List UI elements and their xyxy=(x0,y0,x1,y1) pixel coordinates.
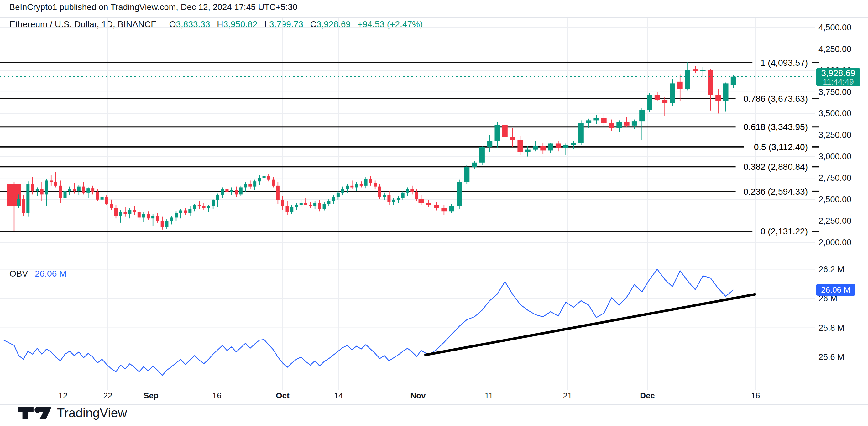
fib-level-label: 1 (4,093.57) xyxy=(761,58,808,68)
fib-level-label: 0.236 (2,594.33) xyxy=(744,187,808,196)
date-tick-label: Dec xyxy=(640,391,655,400)
date-tick-label: 14 xyxy=(334,391,343,400)
obv-value-marker: 26.06 M xyxy=(816,284,856,296)
fib-level-label: 0.5 (3,112.40) xyxy=(754,142,808,152)
price-tick-label: 4,500.00 xyxy=(818,23,851,32)
date-tick-label: Oct xyxy=(276,391,289,400)
fib-level-label: 0.618 (3,343.95) xyxy=(744,122,808,132)
countdown-text: 11:44:49 xyxy=(823,77,854,87)
fib-level-label: 0.382 (2,880.84) xyxy=(744,162,808,172)
date-tick-label: 21 xyxy=(563,391,572,400)
fib-level-label: 0.786 (3,673.63) xyxy=(744,94,808,104)
tradingview-logo-text: TradingView xyxy=(57,406,127,420)
chart-canvas[interactable]: 4,500.004,250.004,000.003,750.003,500.00… xyxy=(0,0,868,426)
date-tick-label: 11 xyxy=(485,391,493,400)
date-axis-labels: 1222Sep16Oct14Nov1121Dec16 xyxy=(59,391,760,400)
obv-tick-label: 25.8 M xyxy=(818,323,844,333)
obv-line-series xyxy=(2,269,733,375)
price-axis-labels: 4,500.004,250.004,000.003,750.003,500.00… xyxy=(818,23,851,247)
date-tick-label: Nov xyxy=(410,391,426,400)
obv-value-text: 26.06 M xyxy=(821,285,850,294)
price-tick-label: 4,250.00 xyxy=(818,44,851,54)
date-tick-label: 16 xyxy=(213,391,221,400)
price-tick-label: 2,750.00 xyxy=(818,173,851,183)
tradingview-attribution[interactable]: TradingView xyxy=(18,406,127,420)
fibonacci-levels: 1 (4,093.57)0.786 (3,673.63)0.618 (3,343… xyxy=(0,58,819,236)
date-tick-label: 16 xyxy=(751,391,760,400)
fib-level-label: 0 (2,131.22) xyxy=(761,226,808,236)
price-tick-label: 3,500.00 xyxy=(818,109,851,118)
price-tick-label: 3,750.00 xyxy=(818,88,851,97)
current-price-text: 3,928.69 xyxy=(821,68,856,78)
tradingview-logo-icon xyxy=(18,406,52,420)
date-tick-label: 12 xyxy=(59,391,68,400)
price-tick-label: 2,500.00 xyxy=(818,195,851,204)
date-tick-label: 22 xyxy=(103,391,113,400)
obv-tick-label: 25.6 M xyxy=(818,352,844,362)
date-tick-label: Sep xyxy=(144,391,159,400)
grid-lines xyxy=(0,18,815,390)
price-tick-label: 3,250.00 xyxy=(818,130,851,140)
obv-tick-label: 26.2 M xyxy=(818,265,844,274)
obv-axis-labels: 26.2 M26 M25.8 M25.6 M xyxy=(818,265,844,362)
price-tick-label: 2,250.00 xyxy=(818,216,851,226)
price-tick-label: 2,000.00 xyxy=(818,238,851,247)
price-tick-label: 3,000.00 xyxy=(818,152,851,161)
obv-trendline[interactable] xyxy=(426,294,754,355)
